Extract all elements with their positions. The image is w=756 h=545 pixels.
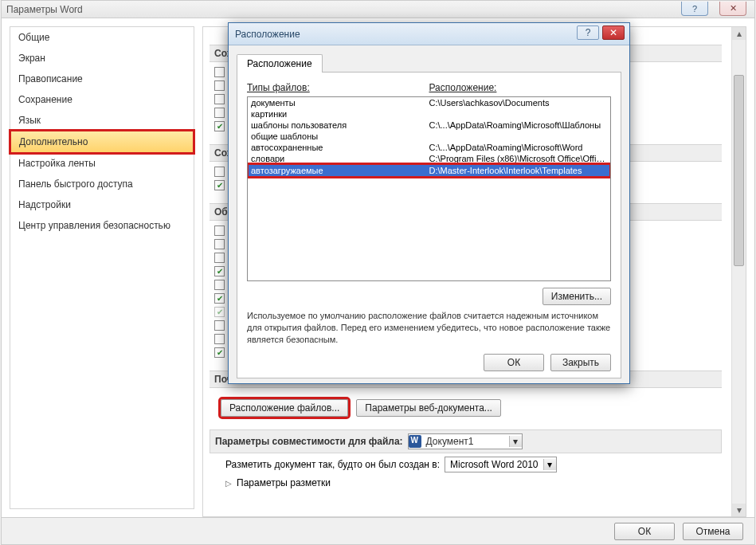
compat-doc-combo[interactable]: Документ1 ▾ bbox=[408, 433, 523, 449]
file-types-listbox[interactable]: документыC:\Users\achkasov\Documents кар… bbox=[247, 96, 611, 281]
sidebar-item-addins[interactable]: Надстройки bbox=[10, 194, 194, 215]
tab-strip: Расположение bbox=[237, 53, 621, 72]
outer-title: Параметры Word bbox=[6, 4, 83, 15]
checkbox[interactable] bbox=[214, 94, 225, 104]
chevron-down-icon[interactable]: ▾ bbox=[543, 459, 556, 470]
chevron-down-icon[interactable]: ▾ bbox=[509, 436, 522, 447]
list-item: картинки bbox=[248, 108, 610, 120]
content-scrollbar[interactable]: ▴ ▾ bbox=[731, 27, 746, 516]
sidebar-item-qat[interactable]: Панель быстрого доступа bbox=[10, 174, 194, 194]
list-item: шаблоны пользователяC:\...\AppData\Roami… bbox=[248, 120, 610, 131]
tab-pane: Типы файлов: Расположение: документыC:\U… bbox=[237, 72, 621, 378]
sidebar-item-ribbon[interactable]: Настройка ленты bbox=[10, 153, 194, 174]
layout-params-label: Параметры разметки bbox=[237, 477, 331, 488]
scroll-thumb[interactable] bbox=[734, 75, 744, 266]
cancel-button[interactable]: Отмена bbox=[683, 523, 743, 540]
list-item: словариC:\Program Files (x86)\Microsoft … bbox=[248, 153, 610, 164]
compat-label: Параметры совместимости для файла: bbox=[215, 436, 403, 447]
checkbox[interactable] bbox=[214, 225, 225, 236]
compat-section: Параметры совместимости для файла: Докум… bbox=[210, 429, 722, 453]
layout-combo[interactable]: Microsoft Word 2010 ▾ bbox=[445, 457, 557, 472]
expand-icon[interactable]: ▷ bbox=[225, 479, 232, 488]
dialog-close-button[interactable]: Закрыть bbox=[550, 354, 611, 371]
checkbox[interactable] bbox=[214, 108, 225, 118]
sidebar-item-proofing[interactable]: Правописание bbox=[10, 69, 194, 89]
help-icon[interactable]: ? bbox=[577, 25, 599, 40]
help-icon[interactable]: ? bbox=[681, 2, 708, 16]
ok-button[interactable]: ОК bbox=[614, 523, 675, 540]
dialog-ok-button[interactable]: ОК bbox=[484, 354, 544, 371]
checkbox[interactable] bbox=[214, 180, 225, 190]
checkbox[interactable] bbox=[214, 334, 225, 344]
sidebar-item-save[interactable]: Сохранение bbox=[10, 89, 194, 110]
checkbox[interactable] bbox=[214, 239, 225, 249]
checkbox[interactable] bbox=[214, 320, 225, 331]
checkbox[interactable] bbox=[214, 347, 225, 358]
col-paths-header: Расположение: bbox=[429, 82, 612, 96]
checkbox bbox=[214, 307, 225, 317]
close-icon[interactable]: ✕ bbox=[719, 2, 746, 16]
modify-button[interactable]: Изменить... bbox=[543, 288, 611, 305]
list-item: общие шаблоны bbox=[248, 131, 610, 142]
checkbox[interactable] bbox=[214, 293, 225, 304]
layout-label: Разметить документ так, будто он был соз… bbox=[225, 459, 440, 470]
dialog-note: Используемое по умолчанию расположение ф… bbox=[247, 310, 611, 346]
word-document-icon bbox=[409, 435, 421, 448]
checkbox[interactable] bbox=[214, 266, 225, 276]
close-icon[interactable]: ✕ bbox=[602, 25, 625, 40]
list-item: документыC:\Users\achkasov\Documents bbox=[248, 97, 610, 108]
list-item: автосохраненныеC:\...\AppData\Roaming\Mi… bbox=[248, 142, 610, 153]
sidebar-item-language[interactable]: Язык bbox=[10, 110, 194, 131]
sidebar-item-display[interactable]: Экран bbox=[10, 48, 194, 69]
checkbox[interactable] bbox=[214, 67, 225, 77]
web-options-button[interactable]: Параметры веб-документа... bbox=[356, 399, 500, 417]
tab-locations[interactable]: Расположение bbox=[237, 54, 323, 73]
scroll-up-icon[interactable]: ▴ bbox=[732, 27, 746, 40]
file-locations-dialog: Расположение ? ✕ Расположение Типы файло… bbox=[228, 22, 630, 384]
checkbox[interactable] bbox=[214, 121, 225, 131]
sidebar-item-advanced[interactable]: Дополнительно bbox=[9, 129, 195, 155]
compat-doc-value: Документ1 bbox=[421, 434, 509, 449]
file-locations-button[interactable]: Расположение файлов... bbox=[221, 399, 348, 417]
sidebar-item-general[interactable]: Общие bbox=[10, 27, 194, 48]
outer-titlebar: Параметры Word ? ✕ bbox=[2, 1, 754, 18]
dialog-titlebar: Расположение ? ✕ bbox=[229, 23, 629, 45]
scroll-down-icon[interactable]: ▾ bbox=[732, 504, 746, 516]
checkbox[interactable] bbox=[214, 280, 225, 290]
outer-footer: ОК Отмена bbox=[2, 517, 754, 544]
list-item-selected: автозагружаемыеD:\Master-Interlook\Inter… bbox=[248, 164, 610, 177]
checkbox[interactable] bbox=[214, 80, 225, 91]
col-types-header: Типы файлов: bbox=[247, 82, 429, 96]
layout-value: Microsoft Word 2010 bbox=[445, 457, 543, 472]
sidebar-item-trust[interactable]: Центр управления безопасностью bbox=[10, 215, 194, 236]
checkbox[interactable] bbox=[214, 167, 225, 177]
dialog-title: Расположение bbox=[235, 29, 300, 40]
options-sidebar: Общие Экран Правописание Сохранение Язык… bbox=[10, 26, 194, 509]
checkbox[interactable] bbox=[214, 253, 225, 263]
